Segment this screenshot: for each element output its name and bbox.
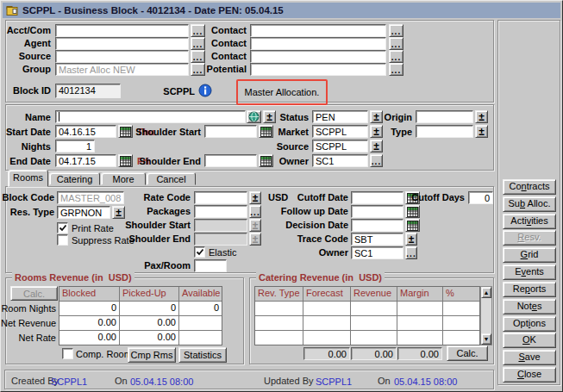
- end-date-label: End Date: [1, 156, 51, 167]
- elastic-checkbox[interactable]: [194, 246, 205, 258]
- rooms-shoulder-start-label: Shoulder Start: [104, 220, 191, 231]
- cutoff-days-field[interactable]: 0: [468, 191, 493, 204]
- cmp-rms-button[interactable]: Cmp Rms: [128, 347, 176, 363]
- sidebar-button-notes[interactable]: Notes: [503, 299, 556, 314]
- row-label-net-rate: Net Rate: [1, 333, 56, 344]
- sidebar-button-save[interactable]: Save: [503, 350, 556, 365]
- tab-rooms[interactable]: Rooms: [8, 170, 48, 187]
- sidebar-button-reports[interactable]: Reports: [503, 282, 556, 297]
- origin-lov-button[interactable]: ±: [475, 110, 488, 123]
- name-field[interactable]: [55, 110, 246, 123]
- contact1-field[interactable]: [250, 24, 386, 37]
- tab-more[interactable]: More: [101, 172, 146, 185]
- trace-code-lov-button[interactable]: ±: [405, 233, 417, 246]
- column-header: Available: [179, 287, 222, 301]
- contact3-field[interactable]: [250, 50, 386, 63]
- created-by-value: SCPPL1: [51, 376, 87, 388]
- scroll-down-button[interactable]: ▼: [481, 333, 491, 345]
- cutoff-date-field[interactable]: [351, 191, 403, 204]
- sidebar-button-sub-alloc[interactable]: Sub Alloc.: [503, 196, 556, 212]
- suppress-rate-checkbox[interactable]: [57, 234, 68, 246]
- sidebar-button-activities[interactable]: Activities: [503, 214, 556, 229]
- start-date-label: Start Date: [1, 127, 51, 138]
- packages-field[interactable]: [194, 205, 247, 218]
- forecast-total-field: 0.00: [303, 347, 350, 360]
- type-field[interactable]: [416, 125, 473, 138]
- catering-table-scrollbar[interactable]: ▲ ▼: [480, 286, 492, 345]
- owner-label: Owner: [257, 156, 309, 167]
- pax-room-field[interactable]: [194, 259, 227, 272]
- contact2-label: Contact: [195, 38, 247, 49]
- market-label: Market: [257, 127, 309, 138]
- contact2-field[interactable]: [250, 37, 386, 50]
- print-rate-checkbox[interactable]: [57, 222, 68, 233]
- sidebar-button-ok[interactable]: OK: [503, 333, 556, 348]
- decision-date-field[interactable]: [351, 219, 403, 232]
- owner-lookup-button[interactable]: ...: [370, 154, 383, 167]
- sidebar-button-grid[interactable]: Grid: [503, 247, 556, 263]
- rooms-shoulder-start-field: [194, 219, 247, 232]
- calendar-icon: [407, 207, 418, 217]
- contact1-lookup-button[interactable]: ...: [389, 24, 403, 37]
- start-date-field[interactable]: 04.16.15: [55, 125, 116, 138]
- packages-lookup-button[interactable]: ...: [249, 205, 261, 218]
- nights-field[interactable]: 1: [55, 140, 95, 152]
- end-date-field[interactable]: 04.17.15: [55, 154, 116, 167]
- source2-field[interactable]: SCPPL: [312, 140, 368, 152]
- follow-up-date-label: Follow up Date: [262, 206, 348, 217]
- rooms-shoulder-start-lov-button: ±: [249, 219, 261, 232]
- column-header: Rev. Type: [255, 287, 303, 301]
- column-header: %: [443, 287, 479, 301]
- potential-field[interactable]: [250, 63, 386, 76]
- res-type-label: Res. Type: [1, 207, 54, 218]
- table-cell: [443, 302, 479, 315]
- statistics-button[interactable]: Statistics: [178, 347, 227, 363]
- follow-up-date-field[interactable]: [351, 205, 403, 218]
- scroll-up-button[interactable]: ▲: [481, 287, 491, 298]
- group-label: Group: [1, 64, 51, 75]
- potential-lookup-button[interactable]: ...: [389, 63, 403, 76]
- type-lov-button[interactable]: ±: [475, 125, 488, 138]
- contact3-lookup-button[interactable]: ...: [389, 50, 403, 63]
- window-title: SCPPL - Business Block - 4012134 - Date …: [22, 5, 284, 16]
- tab-cancel[interactable]: Cancel: [147, 172, 196, 185]
- business-block-window: SCPPL - Business Block - 4012134 - Date …: [0, 0, 563, 392]
- elastic-label: Elastic: [209, 247, 260, 258]
- nights-label: Nights: [1, 141, 51, 152]
- rate-code-field[interactable]: [194, 191, 247, 204]
- rooms-owner-field[interactable]: SC1: [351, 246, 403, 259]
- info-icon[interactable]: [198, 84, 212, 97]
- owner-field[interactable]: SC1: [312, 154, 368, 167]
- trace-code-field[interactable]: SBT: [351, 233, 403, 246]
- shoulder-end-label: Shoulder End: [128, 156, 201, 167]
- decision-date-calendar-button[interactable]: [405, 219, 420, 232]
- sidebar-button-events[interactable]: Events: [503, 264, 556, 280]
- source2-lov-button[interactable]: ±: [370, 140, 383, 152]
- rooms-owner-lookup-button[interactable]: ...: [405, 246, 417, 259]
- table-cell: [351, 302, 397, 315]
- sidebar-button-resv: Resv.: [503, 230, 556, 246]
- agent-field[interactable]: [55, 37, 189, 50]
- catering-calc-button[interactable]: Calc.: [447, 345, 488, 361]
- checkmark-icon: [196, 248, 204, 257]
- tab-catering[interactable]: Catering: [49, 172, 100, 185]
- sidebar-button-options[interactable]: Options: [503, 316, 556, 332]
- follow-up-date-calendar-button[interactable]: [405, 205, 420, 218]
- group-field[interactable]: Master Alloc NEW: [55, 63, 189, 76]
- sidebar-button-contracts[interactable]: Contracts: [503, 179, 556, 195]
- table-cell: 0.00: [59, 331, 119, 345]
- res-type-field[interactable]: GRPNON: [57, 206, 110, 219]
- margin-total-field: 0.00: [397, 347, 442, 360]
- source-field[interactable]: [55, 50, 189, 63]
- sidebar-button-close[interactable]: Close: [503, 367, 556, 383]
- contact2-lookup-button[interactable]: ...: [389, 37, 403, 50]
- acct-com-field[interactable]: [55, 24, 189, 37]
- shoulder-start-field[interactable]: [204, 125, 257, 138]
- origin-field[interactable]: [416, 110, 473, 123]
- comp-rooms-checkbox[interactable]: [62, 348, 73, 359]
- updated-on-value: 05.04.15 08:00: [394, 376, 457, 388]
- rate-code-lov-button[interactable]: ±: [249, 191, 261, 204]
- shoulder-end-field[interactable]: [204, 154, 257, 167]
- table-cell: [397, 331, 442, 345]
- status-label: Status: [257, 112, 309, 123]
